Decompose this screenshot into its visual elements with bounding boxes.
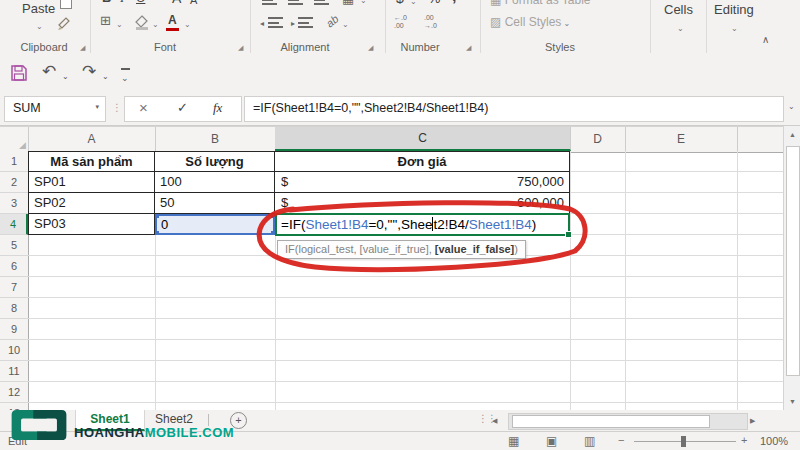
paste-dropdown-chevron-icon[interactable]: ⌄ [36, 20, 43, 34]
insert-function-icon[interactable]: fx [213, 100, 222, 116]
orientation-button[interactable]: ab [323, 12, 341, 31]
row-header-1[interactable]: 1 [0, 151, 28, 172]
align-top-icon[interactable] [262, 0, 277, 5]
accounting-dropdown-chevron-icon[interactable]: ⌄ [410, 0, 417, 9]
vertical-scrollbar[interactable]: ▲ ▼ [783, 126, 800, 410]
row-header-3[interactable]: 3 [0, 193, 28, 214]
column-header-F-partial[interactable] [737, 127, 782, 151]
cell-A2[interactable]: SP01 [28, 172, 155, 193]
cell-A4[interactable]: SP03 [28, 214, 155, 235]
zoom-in-icon[interactable]: + [741, 434, 747, 446]
borders-button[interactable]: ⊞ [100, 14, 111, 28]
borders-dropdown-chevron-icon[interactable]: ⌄ [116, 18, 123, 32]
row-header-4-active[interactable]: 4 [0, 214, 28, 235]
orientation-dropdown-chevron-icon[interactable]: ⌄ [342, 18, 349, 32]
italic-button[interactable]: I [120, 0, 124, 5]
cell-B3[interactable]: 50 [155, 193, 275, 214]
hscroll-right-icon[interactable]: ▶ [750, 417, 755, 425]
horizontal-scrollbar[interactable] [508, 413, 748, 430]
row-header-10[interactable]: 10 [0, 340, 28, 361]
row-header-9[interactable]: 9 [0, 319, 28, 340]
row-header-8[interactable]: 8 [0, 298, 28, 319]
enter-entry-icon[interactable]: ✓ [177, 100, 188, 115]
format-painter-icon[interactable] [56, 15, 72, 31]
scroll-down-icon[interactable]: ▼ [784, 398, 800, 405]
cell-B4-reference-highlight[interactable]: 0 [155, 214, 275, 235]
cell-A3[interactable]: SP02 [28, 193, 155, 214]
row-header-12[interactable]: 12 [0, 382, 28, 403]
column-header-C[interactable]: C [275, 127, 571, 151]
align-bottom-icon[interactable] [314, 0, 329, 5]
font-dialog-launcher-icon[interactable]: ◢ [238, 44, 243, 52]
row-header-11[interactable]: 11 [0, 361, 28, 382]
hscroll-left-icon[interactable]: ◀ [492, 417, 497, 425]
row-header-2[interactable]: 2 [0, 172, 28, 193]
row-header-7[interactable]: 7 [0, 277, 28, 298]
name-box-dropdown-icon[interactable]: ▾ [95, 103, 99, 111]
cell-C1[interactable]: Đơn giá [275, 151, 570, 172]
row-header-5[interactable]: 5 [0, 235, 28, 256]
page-break-preview-icon[interactable]: ▥ [584, 434, 595, 448]
undo-dropdown-chevron-icon[interactable]: ⌄ [62, 68, 69, 86]
redo-dropdown-chevron-icon[interactable]: ⌄ [102, 68, 109, 86]
fill-color-icon[interactable] [134, 14, 150, 30]
horizontal-scroll-thumb[interactable] [512, 415, 710, 428]
decrease-indent-icon[interactable] [268, 17, 283, 28]
bold-button[interactable]: B [102, 0, 111, 5]
redo-icon[interactable]: ↷ [82, 63, 96, 81]
customize-qat-chevron-icon[interactable]: ⌄ [121, 69, 129, 87]
cell-B1[interactable]: Số lượng [155, 151, 275, 172]
cell-C3[interactable]: $ 600,000 [275, 193, 570, 214]
alignment-dialog-launcher-icon[interactable]: ◢ [368, 44, 373, 52]
vertical-scroll-thumb[interactable] [786, 146, 800, 376]
reference-handle-tl[interactable] [155, 214, 159, 218]
cells-group-button[interactable]: Cells [664, 3, 693, 17]
expand-formula-bar-icon[interactable]: ⌄ [788, 102, 795, 111]
shrink-font-button[interactable]: A [190, 0, 197, 7]
formula-input[interactable]: =IF(Sheet1!B4=0,"",Sheet2!B4/Sheet1!B4) [244, 96, 784, 122]
paste-button[interactable]: Paste [22, 2, 55, 16]
fill-handle[interactable] [565, 231, 572, 238]
editing-group-button[interactable]: Editing [714, 3, 754, 17]
fill-color-dropdown-chevron-icon[interactable]: ⌄ [152, 18, 159, 32]
column-header-E[interactable]: E [625, 127, 738, 151]
number-dialog-launcher-icon[interactable]: ◢ [466, 44, 471, 52]
undo-icon[interactable]: ↶ [42, 63, 56, 81]
editing-dropdown-chevron-icon[interactable]: ⌄ [731, 22, 738, 36]
cell-C4-edit-mode[interactable]: =IF(Sheet1!B4=0,"",Sheet2!B4/Sheet1!B4) [275, 213, 570, 236]
percent-style-button[interactable]: % [428, 0, 440, 5]
reference-handle-bl[interactable] [155, 231, 159, 235]
name-box[interactable]: SUM ▾ [4, 96, 106, 122]
comma-style-button[interactable]: , [452, 0, 456, 3]
row-header-6[interactable]: 6 [0, 256, 28, 277]
clipboard-dialog-launcher-icon[interactable]: ◢ [80, 44, 85, 52]
column-header-D[interactable]: D [570, 127, 626, 151]
cell-styles-button[interactable]: ▨ Cell Styles ⌄ [490, 15, 570, 29]
align-middle-icon[interactable] [288, 0, 303, 5]
zoom-slider-thumb[interactable] [681, 436, 686, 447]
merge-dropdown-chevron-icon[interactable]: ⌄ [360, 0, 367, 8]
increase-decimal-button[interactable]: ←.0.00 [394, 14, 407, 30]
scroll-up-icon[interactable]: ▲ [784, 131, 800, 138]
zoom-out-icon[interactable]: − [618, 434, 624, 446]
font-color-button[interactable]: A [168, 13, 177, 27]
zoom-level[interactable]: 100% [760, 435, 788, 447]
collapse-ribbon-icon[interactable]: ∧ [762, 34, 769, 45]
normal-view-icon[interactable]: ▦ [508, 434, 519, 448]
cell-A1[interactable]: Mã sản phẩm [28, 151, 155, 172]
increase-indent-icon[interactable] [298, 17, 313, 28]
decrease-decimal-button[interactable]: .00→.0 [424, 14, 437, 30]
cell-B2[interactable]: 100 [155, 172, 275, 193]
copy-icon[interactable] [60, 0, 72, 9]
save-icon[interactable] [10, 64, 28, 82]
cell-C2[interactable]: $ 750,000 [275, 172, 570, 193]
font-color-dropdown-chevron-icon[interactable]: ⌄ [184, 18, 191, 32]
page-layout-view-icon[interactable]: ▣ [546, 434, 557, 448]
underline-button[interactable]: U [136, 0, 145, 5]
cancel-entry-icon[interactable]: × [139, 99, 148, 116]
select-all-corner[interactable]: ◢ [0, 127, 29, 151]
accounting-format-button[interactable]: $ [396, 0, 404, 5]
grow-font-button[interactable]: A [172, 0, 181, 5]
format-as-table-button[interactable]: ▦ Format as Table [490, 0, 591, 7]
merge-center-icon[interactable]: ▦ [342, 0, 354, 6]
